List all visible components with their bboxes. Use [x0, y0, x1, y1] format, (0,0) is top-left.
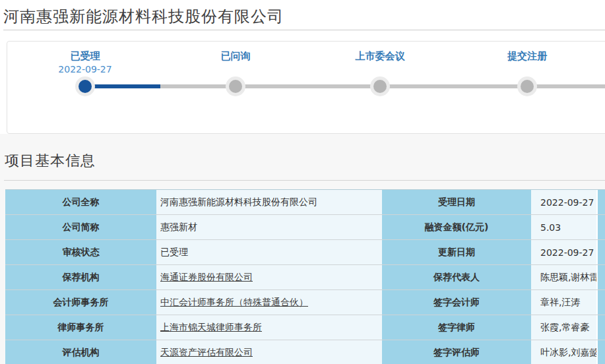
- row-label: 公司全称: [5, 190, 156, 214]
- row-value-2-text: 张霞,常睿豪: [540, 322, 589, 334]
- row-value-2-text: 2022-09-27: [540, 247, 594, 258]
- row-label-text: 公司简称: [63, 222, 100, 233]
- row-label-text: 保荐机构: [63, 272, 100, 284]
- cell-strip: [598, 215, 605, 239]
- cell-strip: [598, 265, 605, 289]
- timeline-stage: 已受理2022-09-27: [32, 49, 138, 76]
- timeline-stage: 提交注册: [474, 49, 580, 63]
- row-label-text: 公司全称: [63, 197, 100, 208]
- row-value-2: 2022-09-27: [531, 240, 596, 264]
- row-value-text: 已受理: [160, 247, 188, 258]
- row-label-text: 会计师事务所: [53, 297, 109, 309]
- row-value-2: 陈思颖,谢林雷: [531, 265, 596, 289]
- cell-strip: [598, 190, 605, 214]
- row-label-text: 评估机构: [63, 347, 100, 359]
- table-row: 公司全称河南惠强新能源材料科技股份有限公司受理日期2022-09-27: [5, 190, 605, 215]
- row-value-2: 2022-09-27: [531, 190, 596, 214]
- stage-label: 已问询: [183, 49, 288, 63]
- row-value-2: 5.03: [531, 215, 596, 239]
- row-label: 审核状态: [5, 240, 156, 264]
- row-label: 律师事务所: [5, 315, 156, 340]
- table-row: 保荐机构海通证券股份有限公司保荐代表人陈思颖,谢林雷: [5, 265, 605, 290]
- row-label: 会计师事务所: [5, 290, 156, 315]
- row-label-2-text: 更新日期: [438, 247, 475, 258]
- row-label-2: 保荐代表人: [382, 265, 531, 289]
- row-label-2: 签字律师: [382, 315, 531, 340]
- row-label-2-text: 签字律师: [438, 322, 475, 334]
- section-title: 项目基本信息: [5, 151, 96, 171]
- row-value: 海通证券股份有限公司: [156, 265, 382, 289]
- row-value: 中汇会计师事务所（特殊普通合伙）: [156, 290, 382, 315]
- row-value-2: 章祥,汪涛: [531, 290, 596, 315]
- row-value-text: 河南惠强新能源材料科技股份有限公司: [160, 197, 317, 208]
- row-label-2: 受理日期: [382, 190, 531, 214]
- row-label-2: 融资金额(亿元): [382, 215, 531, 239]
- row-value-text: 惠强新材: [160, 222, 197, 233]
- title-divider: [3, 30, 605, 30]
- row-value: 天源资产评估有限公司: [156, 340, 382, 364]
- row-value-2-text: 2022-09-27: [540, 197, 594, 208]
- row-value-2-text: 叶冰影,刘嘉懿: [540, 347, 598, 359]
- stage-date: 2022-09-27: [32, 63, 138, 76]
- stage-label: 上市委会议: [327, 49, 433, 63]
- row-label-2: 更新日期: [382, 240, 531, 264]
- info-table: 公司全称河南惠强新能源材料科技股份有限公司受理日期2022-09-27公司简称惠…: [5, 189, 605, 364]
- table-row: 律师事务所上海市锦天城律师事务所签字律师张霞,常睿豪: [5, 315, 605, 340]
- row-label-text: 审核状态: [63, 247, 100, 258]
- row-label-2-text: 签字评估师: [433, 347, 480, 359]
- stage-dot: [229, 80, 242, 93]
- row-value: 上海市锦天城律师事务所: [156, 315, 382, 340]
- row-label-2: 签字评估师: [382, 340, 531, 364]
- org-link[interactable]: 上海市锦天城律师事务所: [160, 322, 262, 334]
- org-link[interactable]: 海通证券股份有限公司: [160, 272, 253, 284]
- row-label: 评估机构: [5, 340, 156, 364]
- row-label-2-text: 签字会计师: [433, 297, 480, 309]
- timeline-track-active: [85, 84, 160, 88]
- org-link[interactable]: 天源资产评估有限公司: [160, 347, 253, 359]
- org-link[interactable]: 中汇会计师事务所（特殊普通合伙）: [160, 297, 308, 309]
- timeline-stage: 已问询: [183, 49, 288, 63]
- row-label-text: 律师事务所: [58, 322, 104, 334]
- row-value-2: 叶冰影,刘嘉懿: [531, 340, 596, 364]
- section-divider: [4, 180, 605, 181]
- table-row: 公司简称惠强新材融资金额(亿元)5.03: [5, 215, 605, 240]
- row-label-2-text: 受理日期: [438, 197, 475, 208]
- stage-dot: [521, 80, 534, 93]
- page-title: 河南惠强新能源材料科技股份有限公司: [3, 6, 284, 27]
- timeline-stage: 上市委会议: [327, 49, 433, 63]
- row-value: 惠强新材: [156, 215, 382, 239]
- review-progress-panel: 已受理2022-09-27已问询上市委会议提交注册: [7, 41, 605, 134]
- row-value: 河南惠强新能源材料科技股份有限公司: [156, 190, 382, 214]
- cell-strip: [598, 340, 605, 364]
- stage-label: 已受理: [32, 49, 138, 63]
- row-value-2-text: 5.03: [540, 222, 561, 233]
- cell-strip: [598, 315, 605, 340]
- table-row: 评估机构天源资产评估有限公司签字评估师叶冰影,刘嘉懿: [5, 340, 605, 364]
- table-row: 审核状态已受理更新日期2022-09-27: [5, 240, 605, 265]
- row-value: 已受理: [156, 240, 382, 264]
- row-value-2-text: 章祥,汪涛: [540, 297, 580, 309]
- project-info-section: 项目基本信息 公司全称河南惠强新能源材料科技股份有限公司受理日期2022-09-…: [0, 134, 605, 364]
- row-label: 保荐机构: [5, 265, 156, 289]
- row-value-2-text: 陈思颖,谢林雷: [540, 272, 598, 284]
- stage-dot: [373, 80, 387, 93]
- row-value-2: 张霞,常睿豪: [531, 315, 596, 340]
- cell-strip: [598, 290, 605, 315]
- table-row: 会计师事务所中汇会计师事务所（特殊普通合伙）签字会计师章祥,汪涛: [5, 290, 605, 315]
- stage-dot: [79, 80, 92, 93]
- cell-strip: [598, 240, 605, 264]
- row-label: 公司简称: [5, 215, 156, 239]
- row-label-2: 签字会计师: [382, 290, 531, 315]
- row-label-2-text: 保荐代表人: [433, 272, 480, 284]
- row-label-2-text: 融资金额(亿元): [425, 222, 489, 233]
- stage-label: 提交注册: [474, 49, 580, 63]
